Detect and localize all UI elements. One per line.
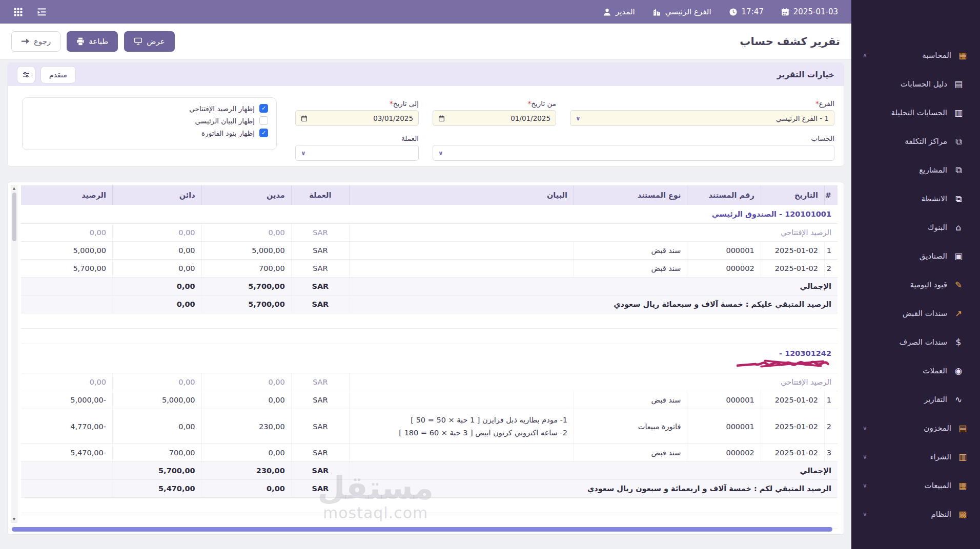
- date-label: 2025-01-03: [793, 7, 838, 16]
- doc-number-cell: 000001: [687, 409, 761, 444]
- back-button[interactable]: رجوع: [11, 31, 60, 52]
- sidebar-item-purchases[interactable]: ▥الشراء∨: [851, 444, 980, 470]
- sidebar-item-accounting[interactable]: ▦المحاسبة∧: [851, 42, 980, 69]
- table-row: 32025-01-02000002سند قبضSAR0,00700,005,4…: [21, 444, 838, 462]
- debit-cell: 0,00: [201, 373, 291, 391]
- account-header: 120101001 - الصندوق الرئيسي: [21, 205, 838, 224]
- view-button[interactable]: عرض: [124, 31, 174, 52]
- required-mark: *: [390, 99, 393, 108]
- vertical-scrollbar[interactable]: ▲ ▼: [11, 185, 17, 523]
- doc-type-cell: سند قبض: [574, 391, 687, 409]
- balance-cell: 5,000,00-: [21, 391, 112, 409]
- sidebar-item-inventory[interactable]: ▤المخزون∨: [851, 415, 980, 441]
- sliders-icon: [22, 71, 30, 79]
- currency-cell: SAR: [291, 373, 349, 391]
- doc-type-cell: سند قبض: [574, 242, 687, 260]
- advanced-button[interactable]: متقدم: [40, 66, 76, 83]
- sidebar-item-receipt-vouchers[interactable]: ↗سندات القبض: [851, 300, 980, 327]
- chevron-down-icon: ∨: [576, 115, 581, 122]
- report-options-body: الفرع* 1 - الفرع الرئيسي ∨ من تاريخ* 01/…: [8, 86, 844, 166]
- sidebar-item-system[interactable]: ▩النظام∨: [851, 501, 980, 527]
- date-cell: 2025-01-02: [761, 242, 824, 260]
- opening-label: الرصيد الإفتتاحي: [349, 224, 838, 242]
- checkbox-show-opening-balance[interactable]: ✓إظهار الرصيد الإفتتاحي: [31, 104, 268, 113]
- system-icon: ▩: [956, 509, 969, 519]
- doc-type-cell: سند قبض: [574, 444, 687, 462]
- debit-cell: 0,00: [201, 224, 291, 242]
- sidebar-toggle-icon[interactable]: [36, 7, 47, 17]
- horizontal-scrollbar[interactable]: [12, 527, 832, 532]
- user-label: المدير: [616, 7, 635, 16]
- sidebar-item-currencies[interactable]: ◉العملات: [851, 357, 980, 384]
- cost-centers-icon: ⧉: [952, 136, 965, 146]
- spacer-cell: [21, 513, 838, 529]
- purchases-icon: ▥: [956, 452, 969, 462]
- rem-row: الرصيد المتبقي عليكم : خمسة آلاف و سبعما…: [21, 295, 838, 313]
- scroll-up-icon[interactable]: ▲: [11, 186, 17, 191]
- current-branch: الفرع الرئيسي: [652, 7, 711, 16]
- sidebar-item-chart-of-accounts[interactable]: ▤دليل الحسابات: [851, 71, 980, 97]
- date-cell: 2025-01-02: [761, 409, 824, 444]
- sidebar-item-activities[interactable]: ⧉الانشطة: [851, 185, 980, 212]
- projects-icon: ⧉: [952, 165, 965, 175]
- currency-cell: SAR: [291, 278, 349, 295]
- sidebar-item-label: النظام: [931, 510, 951, 519]
- account-link[interactable]: 120101001 - الصندوق الرئيسي: [712, 210, 831, 218]
- row-number: 1: [825, 242, 838, 260]
- column-header-7: دائن: [112, 185, 201, 205]
- sidebar-item-sales[interactable]: ▦المبيعات∨: [851, 472, 980, 499]
- sidebar-item-payment-vouchers[interactable]: $سندات الصرف: [851, 329, 980, 355]
- checkbox-show-invoice-items[interactable]: ✓إظهار بنود الفاتورة: [31, 129, 268, 137]
- checkbox-checked-icon[interactable]: ✓: [259, 104, 268, 113]
- to-date-input[interactable]: 03/01/2025: [295, 110, 419, 126]
- sales-icon: ▦: [956, 480, 969, 491]
- apps-grid-icon[interactable]: [13, 7, 23, 17]
- calendar-icon: [301, 115, 308, 122]
- sidebar-menu: ▦المحاسبة∧▤دليل الحسابات▥الحسابات التحلي…: [851, 0, 980, 527]
- credit-cell: 0,00: [112, 373, 201, 391]
- currency-cell: SAR: [291, 480, 349, 498]
- checkbox-unchecked-icon[interactable]: [259, 116, 268, 125]
- doc-number-cell: 000002: [687, 444, 761, 462]
- scrollbar-thumb[interactable]: [12, 193, 16, 241]
- column-header-5: العملة: [291, 185, 349, 205]
- from-date-input[interactable]: 01/01/2025: [433, 110, 556, 126]
- branch-select[interactable]: 1 - الفرع الرئيسي ∨: [570, 110, 834, 126]
- account-select[interactable]: ∨: [433, 145, 834, 161]
- sidebar-item-projects[interactable]: ⧉المشاريع: [851, 157, 980, 183]
- doc-number-cell: 000001: [687, 391, 761, 409]
- currency-cell: SAR: [291, 409, 349, 444]
- currency-select[interactable]: ∨: [295, 145, 419, 161]
- sidebar-item-label: الانشطة: [921, 194, 947, 203]
- chevron-down-icon: ∨: [863, 453, 867, 460]
- sidebar-item-cost-centers[interactable]: ⧉مراكز التكلفة: [851, 128, 980, 155]
- sidebar-item-journal-entries[interactable]: ✎قيود اليومية: [851, 271, 980, 298]
- print-button[interactable]: طباعة: [67, 31, 118, 52]
- current-user: المدير: [603, 7, 635, 16]
- accounting-icon: ▦: [956, 50, 969, 60]
- scroll-down-icon[interactable]: ▼: [11, 517, 17, 522]
- spacer-row: [21, 513, 838, 529]
- reports-icon: ∿: [952, 394, 965, 405]
- currency-cell: SAR: [291, 242, 349, 260]
- options-actions: متقدم: [17, 66, 76, 83]
- sidebar-item-reports[interactable]: ∿التقارير: [851, 386, 980, 413]
- balance-cell: [21, 278, 112, 295]
- filters-button[interactable]: [17, 66, 35, 83]
- main-area: المدير الفرع الرئيسي 17:47 2025-01-03: [0, 0, 851, 549]
- spacer-cell: [21, 313, 838, 329]
- branch-label: الفرع الرئيسي: [665, 7, 711, 16]
- account-link[interactable]: 120301242 -: [779, 349, 831, 357]
- checkbox-show-main-statement[interactable]: إظهار البيان الرئيسي: [31, 116, 268, 125]
- checkbox-checked-icon[interactable]: ✓: [259, 129, 268, 137]
- account-field: الحساب ∨: [433, 134, 834, 161]
- date-cell: 2025-01-02: [761, 260, 824, 278]
- sidebar-item-safes[interactable]: ▣الصناديق: [851, 243, 980, 269]
- total-label: الإجمالي: [349, 278, 838, 295]
- description-cell: [349, 242, 574, 260]
- sidebar-item-analytic-accounts[interactable]: ▥الحسابات التحليلة: [851, 99, 980, 126]
- payment-vouchers-icon: $: [952, 337, 965, 347]
- sidebar-item-banks[interactable]: ⌂البنوك: [851, 214, 980, 241]
- inventory-icon: ▤: [956, 423, 969, 433]
- credit-cell: 0,00: [112, 409, 201, 444]
